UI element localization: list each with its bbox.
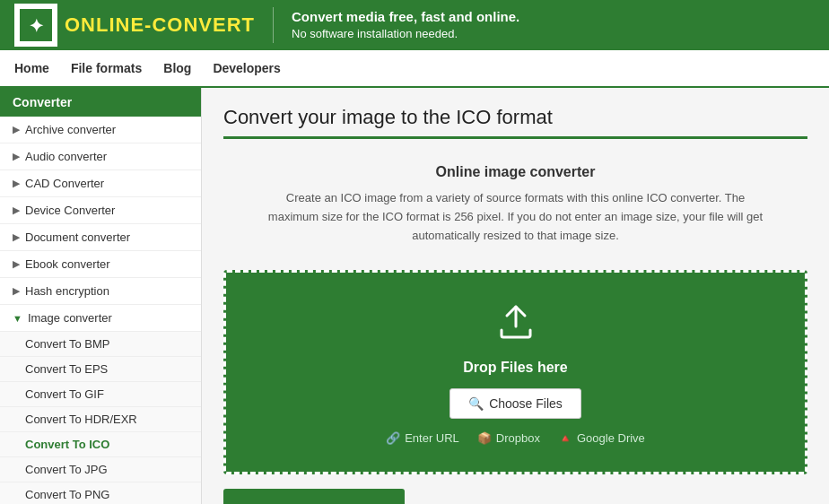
chevron-right-icon: ▶	[13, 285, 20, 297]
sidebar-item-label: Hash encryption	[25, 284, 109, 298]
drop-label: Drop Files here	[244, 360, 787, 376]
logo-text: ONLINE-CONVERT	[65, 13, 255, 37]
logo-text-part1: ONLINE-CON	[65, 13, 198, 36]
sidebar-item-label: Ebook converter	[25, 257, 110, 271]
logo[interactable]: ✦ ONLINE-CONVERT	[14, 4, 255, 47]
sidebar-sub-hdr[interactable]: Convert To HDR/EXR	[0, 407, 201, 432]
extra-options: 🔗 Enter URL 📦 Dropbox 🔺 Google Drive	[244, 431, 787, 445]
dropzone[interactable]: Drop Files here 🔍 Choose Files 🔗 Enter U…	[223, 270, 807, 474]
start-conversion-button[interactable]: ▶ Start conversion	[223, 489, 405, 504]
info-title: Online image converter	[259, 164, 772, 180]
drive-icon: 🔺	[558, 431, 572, 445]
sidebar-sub-jpg[interactable]: Convert To JPG	[0, 457, 201, 482]
main-nav: Home File formats Blog Developers	[0, 50, 829, 88]
tagline-sub: No software installation needed.	[292, 26, 519, 42]
sidebar-item-ebook[interactable]: ▶ Ebook converter	[0, 251, 201, 278]
link-icon: 🔗	[386, 431, 400, 445]
header-tagline: Convert media free, fast and online. No …	[273, 7, 519, 42]
sidebar-item-label: Document converter	[25, 230, 130, 244]
nav-blog[interactable]: Blog	[163, 57, 191, 79]
sidebar-header: Converter	[0, 88, 201, 117]
sidebar-sub-gif[interactable]: Convert To GIF	[0, 382, 201, 407]
sidebar-sub-bmp[interactable]: Convert To BMP	[0, 332, 201, 357]
sidebar-item-label: Archive converter	[25, 123, 116, 136]
sidebar-item-label: Audio converter	[25, 150, 107, 163]
sidebar-item-label: CAD Converter	[25, 177, 104, 190]
site-header: ✦ ONLINE-CONVERT Convert media free, fas…	[0, 0, 829, 50]
chevron-right-icon: ▶	[13, 231, 20, 243]
search-icon: 🔍	[468, 396, 484, 411]
dropbox-icon: 📦	[477, 431, 492, 445]
sidebar-item-image[interactable]: ▼ Image converter	[0, 305, 201, 332]
sidebar-image-submenu: Convert To BMP Convert To EPS Convert To…	[0, 332, 201, 504]
chevron-right-icon: ▶	[13, 124, 20, 135]
chevron-down-icon: ▼	[13, 313, 22, 324]
tagline-main: Convert media free, fast and online.	[292, 7, 519, 26]
sidebar-item-document[interactable]: ▶ Document converter	[0, 224, 201, 251]
logo-text-highlight: VERT	[198, 13, 255, 36]
sidebar-item-hash[interactable]: ▶ Hash encryption	[0, 278, 201, 305]
main-layout: Converter ▶ Archive converter ▶ Audio co…	[0, 88, 829, 504]
svg-text:✦: ✦	[29, 16, 44, 36]
google-drive-option[interactable]: 🔺 Google Drive	[558, 431, 645, 445]
sidebar-item-label: Image converter	[28, 311, 112, 325]
enter-url-option[interactable]: 🔗 Enter URL	[386, 431, 459, 445]
info-desc: Create an ICO image from a variety of so…	[265, 189, 767, 245]
main-content: Convert your image to the ICO format Onl…	[202, 88, 829, 504]
chevron-right-icon: ▶	[13, 178, 20, 189]
sidebar-item-cad[interactable]: ▶ CAD Converter	[0, 170, 201, 197]
dropbox-option[interactable]: 📦 Dropbox	[477, 431, 540, 445]
chevron-right-icon: ▶	[13, 204, 20, 216]
nav-home[interactable]: Home	[14, 57, 49, 79]
sidebar-item-label: Device Converter	[25, 204, 115, 217]
nav-developers[interactable]: Developers	[213, 57, 280, 79]
chevron-right-icon: ▶	[13, 258, 20, 270]
info-section: Online image converter Create an ICO ima…	[223, 150, 807, 259]
page-title: Convert your image to the ICO format	[223, 106, 807, 139]
logo-icon: ✦	[14, 4, 57, 47]
sidebar-sub-eps[interactable]: Convert To EPS	[0, 357, 201, 382]
sidebar: Converter ▶ Archive converter ▶ Audio co…	[0, 88, 202, 504]
upload-icon	[244, 300, 787, 351]
sidebar-item-audio[interactable]: ▶ Audio converter	[0, 143, 201, 170]
choose-files-button[interactable]: 🔍 Choose Files	[449, 388, 581, 419]
sidebar-item-archive[interactable]: ▶ Archive converter	[0, 117, 201, 143]
nav-file-formats[interactable]: File formats	[71, 57, 142, 79]
sidebar-sub-png[interactable]: Convert To PNG	[0, 482, 201, 504]
actions-bar: ▶ Start conversion Add example file	[223, 489, 807, 504]
sidebar-sub-ico[interactable]: Convert To ICO	[0, 432, 201, 457]
sidebar-item-device[interactable]: ▶ Device Converter	[0, 197, 201, 224]
chevron-right-icon: ▶	[13, 151, 20, 162]
